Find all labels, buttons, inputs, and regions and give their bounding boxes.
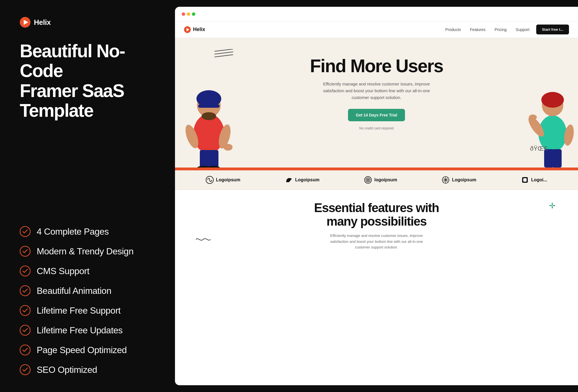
check-icon-page-speed <box>20 345 30 355</box>
feature-label-page-speed: Page Speed Optimized <box>37 345 127 355</box>
svg-point-2 <box>20 226 30 237</box>
logo-text: Helix <box>34 18 51 27</box>
check-icon-cms-support <box>20 266 30 276</box>
feature-label-free-support: Lifetime Free Support <box>37 305 121 316</box>
logoipsum-icon-2 <box>285 176 293 184</box>
logo-item-2: Logoipsum <box>285 176 319 184</box>
browser-dots <box>182 12 195 16</box>
browser-nav-bar <box>175 7 578 21</box>
browser-chrome: Helix Products Features Pricing Support … <box>175 7 578 385</box>
feature-label-complete-pages: 4 Complete Pages <box>37 226 109 237</box>
features-section-wrapper: ✛ Essential features with many possibili… <box>186 201 567 250</box>
svg-line-14 <box>214 55 233 57</box>
logoipsum-label-4: Logoipsum <box>452 177 476 182</box>
feature-item-cms-support: CMS Support <box>20 266 158 276</box>
site-logo-text: Helix <box>193 27 205 32</box>
feature-item-complete-pages: 4 Complete Pages <box>20 226 158 237</box>
logoipsum-label-3: logoipsum <box>374 177 397 182</box>
feature-label-free-updates: Lifetime Free Updates <box>37 325 122 336</box>
hero-title: Find More Users <box>186 57 567 75</box>
check-icon-complete-pages <box>20 226 30 237</box>
browser-dot-green <box>192 12 195 16</box>
logoipsum-label-2: Logoipsum <box>295 177 319 182</box>
feature-label-cms-support: CMS Support <box>37 266 89 276</box>
logoipsum-icon-5 <box>521 176 529 184</box>
svg-point-5 <box>20 286 30 296</box>
svg-line-12 <box>214 49 233 51</box>
nav-link-products[interactable]: Products <box>445 27 461 32</box>
logoipsum-label-1: Logoipsum <box>216 177 240 182</box>
logo-row: Helix <box>20 17 158 28</box>
logoipsum-label-5: Logoi... <box>531 177 547 182</box>
svg-point-39 <box>367 179 369 181</box>
hero-subtitle: Efficiently manage and resolve customer … <box>323 81 430 101</box>
browser-dot-yellow <box>187 12 190 16</box>
main-title: Beautiful No-CodeFramer SaaS Template <box>20 41 158 121</box>
logoipsum-icon-3 <box>364 176 372 184</box>
deco-plus-icon: ✛ <box>549 201 555 210</box>
check-icon-free-support <box>20 305 30 316</box>
features-list: 4 Complete Pages Modern & Trendy Design … <box>20 226 158 375</box>
feature-label-animation: Beautiful Animation <box>37 286 111 296</box>
svg-rect-46 <box>523 178 527 182</box>
hero-content: Find More Users Efficiently manage and r… <box>186 57 567 130</box>
site-logo-icon <box>184 26 191 33</box>
features-section: ✛ Essential features with many possibili… <box>175 190 578 385</box>
logo-item-3: logoipsum <box>364 176 397 184</box>
svg-point-8 <box>20 345 30 355</box>
deco-squiggle-icon <box>195 235 212 245</box>
features-section-subtitle: Efficiently manage and resolve customer … <box>329 233 424 250</box>
check-icon-seo <box>20 364 30 375</box>
hero-no-cc-text: No credit card required <box>186 126 567 130</box>
svg-rect-31 <box>552 149 562 168</box>
svg-rect-21 <box>208 150 218 168</box>
svg-point-7 <box>20 325 30 335</box>
logos-bar: Logoipsum Logoipsum logoipsum <box>175 170 578 190</box>
check-icon-modern-design <box>20 246 30 257</box>
logo-item-4: Logoipsum <box>442 176 476 184</box>
logoipsum-icon-1 <box>206 176 214 184</box>
svg-point-26 <box>224 144 233 151</box>
svg-point-4 <box>20 266 30 276</box>
check-icon-free-updates <box>20 325 30 336</box>
nav-link-features[interactable]: Features <box>470 27 485 32</box>
site-logo-row: Helix <box>184 26 205 33</box>
logo-item-5: Logoi... <box>521 176 547 184</box>
feature-item-modern-design: Modern & Trendy Design <box>20 246 158 257</box>
hero-cta-button[interactable]: Get 14 Days Free Trial <box>348 109 405 121</box>
feature-item-animation: Beautiful Animation <box>20 285 158 296</box>
feature-item-free-updates: Lifetime Free Updates <box>20 325 158 336</box>
left-panel: Helix Beautiful No-CodeFramer SaaS Templ… <box>0 0 175 392</box>
feature-item-seo: SEO Optimized <box>20 364 158 375</box>
feature-item-page-speed: Page Speed Optimized <box>20 345 158 355</box>
browser-dot-red <box>182 12 185 16</box>
site-start-button[interactable]: Start free t... <box>536 25 569 34</box>
hero-section: Find More Users Efficiently manage and r… <box>175 38 578 168</box>
logo-item-1: Logoipsum <box>206 176 240 184</box>
check-icon-animation <box>20 285 30 296</box>
site-nav-links: Products Features Pricing Support <box>445 27 529 32</box>
svg-point-6 <box>20 305 30 316</box>
orange-strip <box>175 168 578 170</box>
features-section-title: Essential features with many possibiliti… <box>306 201 447 228</box>
feature-label-seo: SEO Optimized <box>37 365 97 375</box>
svg-line-13 <box>214 52 233 54</box>
helix-logo-icon <box>20 17 30 28</box>
svg-point-9 <box>20 365 30 375</box>
right-panel: Helix Products Features Pricing Support … <box>175 7 578 385</box>
logoipsum-icon-4 <box>442 176 450 184</box>
feature-label-modern-design: Modern & Trendy Design <box>37 246 133 257</box>
site-navbar: Helix Products Features Pricing Support … <box>175 21 578 38</box>
feature-item-free-support: Lifetime Free Support <box>20 305 158 316</box>
svg-text:ðŸŒ€: ðŸŒ€ <box>530 145 547 152</box>
nav-link-pricing[interactable]: Pricing <box>494 27 507 32</box>
svg-point-3 <box>20 246 30 256</box>
nav-link-support[interactable]: Support <box>516 27 529 32</box>
